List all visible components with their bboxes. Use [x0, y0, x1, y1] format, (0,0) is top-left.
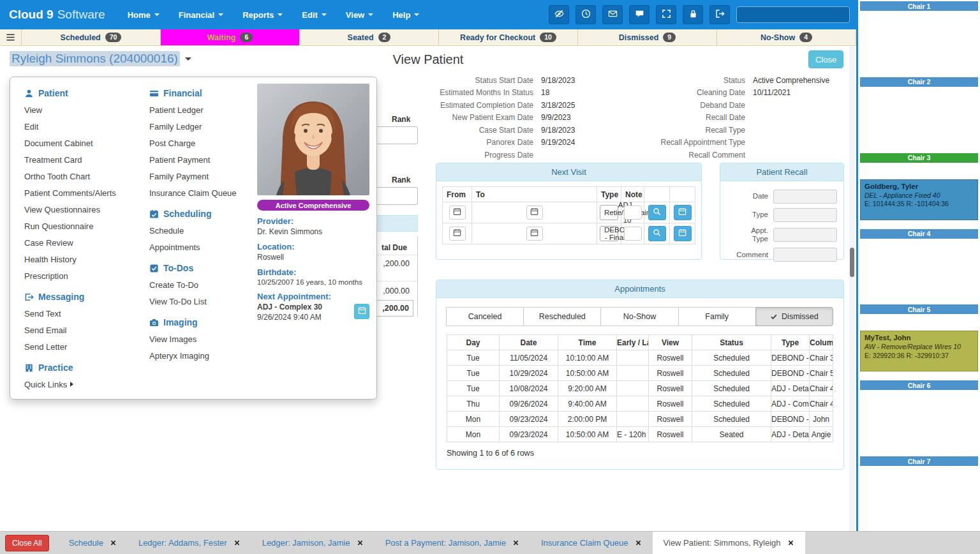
menu-link[interactable]: Patient Payment	[149, 151, 256, 168]
from-date-picker-button[interactable]	[449, 206, 466, 220]
find-slot-button[interactable]	[648, 205, 666, 220]
menu-link[interactable]: Family Payment	[149, 168, 256, 184]
menu-link[interactable]: Create To-Do	[149, 276, 256, 293]
from-date-picker-button[interactable]	[449, 227, 466, 241]
menu-link[interactable]: Appointments	[149, 239, 256, 255]
close-icon[interactable]	[357, 539, 364, 546]
column-header: Early / Late	[617, 335, 649, 350]
fullscreen-button[interactable]	[656, 5, 676, 24]
menu-item[interactable]: Financial	[169, 0, 233, 29]
appointment-row[interactable]: Thu 09/26/2024 9:40:00 AM Roswell Schedu…	[447, 396, 833, 412]
menu-link[interactable]: Send Letter	[24, 338, 147, 355]
appointment-type-select[interactable]: ADJ - Retie/Rechain 10	[600, 205, 618, 220]
recall-field-input[interactable]	[773, 190, 837, 204]
menu-link[interactable]: Health History	[24, 251, 147, 267]
messages-button[interactable]	[602, 5, 623, 24]
recall-field-input[interactable]	[773, 228, 837, 242]
schedule-next-appointment-button[interactable]	[354, 304, 369, 319]
close-all-button[interactable]: Close All	[5, 535, 49, 551]
menu-link[interactable]: Insurance Claim Queue	[149, 184, 256, 201]
chair-appointment-card[interactable]: Goldberg, Tyler DEL - Appliance Fixed 40…	[860, 179, 978, 220]
note-input[interactable]	[624, 227, 642, 241]
window-tab[interactable]: Post a Payment: Jamison, Jamie	[375, 532, 530, 554]
window-tab[interactable]: Schedule	[58, 532, 128, 554]
menu-link[interactable]: Quick Links	[24, 376, 147, 393]
window-tab[interactable]: Ledger: Jamison, Jamie	[251, 532, 375, 554]
menu-item[interactable]: Home	[118, 0, 169, 29]
time-clock-button[interactable]	[575, 5, 596, 24]
menu-link[interactable]: Document Cabinet	[24, 135, 147, 151]
note-input[interactable]	[624, 206, 642, 220]
appointment-row[interactable]: Tue 11/05/2024 10:10:00 AM Roswell Sched…	[447, 350, 833, 366]
appointment-row[interactable]: Mon 09/23/2024 2:00:00 PM Roswell Schedu…	[447, 412, 833, 427]
menu-link[interactable]: Send Email	[24, 322, 147, 338]
chair-appointment-card[interactable]: MyTest, John AW - Remove/Replace Wires 1…	[860, 331, 978, 371]
hamburger-menu-icon[interactable]	[0, 29, 22, 45]
patient-name-dropdown[interactable]: Ryleigh Simmons (204000016)	[10, 51, 191, 66]
menu-link[interactable]: Run Questionnaire	[24, 218, 147, 234]
menu-link[interactable]: Apteryx Imaging	[149, 347, 256, 364]
status-tab[interactable]: No-Show 4	[717, 29, 856, 45]
menu-link[interactable]: Patient Ledger	[149, 101, 256, 118]
to-date-picker-button[interactable]	[526, 227, 543, 241]
lock-button[interactable]	[683, 5, 703, 24]
menu-link[interactable]: Ortho Tooth Chart	[24, 168, 147, 184]
status-tab[interactable]: Dismissed 9	[578, 29, 717, 45]
menu-item[interactable]: Edit	[292, 0, 336, 29]
filter-button[interactable]: Dismissed	[755, 307, 833, 326]
to-date-picker-button[interactable]	[526, 206, 543, 220]
menu-item[interactable]: Help	[383, 0, 429, 29]
filter-button[interactable]: Family	[678, 307, 756, 326]
menu-link[interactable]: View	[24, 101, 147, 118]
close-icon[interactable]	[234, 539, 241, 546]
close-icon[interactable]	[787, 539, 794, 546]
close-icon[interactable]	[512, 539, 519, 546]
status-tab[interactable]: Ready for Checkout 10	[439, 29, 578, 45]
schedule-appointment-button[interactable]	[674, 205, 692, 220]
close-icon[interactable]	[110, 539, 117, 546]
menu-item[interactable]: Reports	[233, 0, 292, 29]
menu-link[interactable]: Case Review	[24, 234, 147, 251]
menu-link[interactable]: Post Charge	[149, 135, 256, 151]
filter-button[interactable]: Rescheduled	[523, 307, 601, 326]
menu-item[interactable]: View	[336, 0, 383, 29]
next-visit-table: FromToTypeNote ADJ - Retie/Rechain 10	[442, 186, 695, 244]
menu-link[interactable]: View Questionnaires	[24, 201, 147, 218]
menu-link[interactable]: Family Ledger	[149, 118, 256, 135]
menu-link[interactable]: View Images	[149, 331, 256, 347]
appointment-type-select[interactable]: DEBOND - Final 60	[600, 226, 618, 241]
window-tab[interactable]: Insurance Claim Queue	[530, 532, 653, 554]
menu-link[interactable]: Send Text	[24, 305, 147, 322]
appointment-row[interactable]: Tue 10/29/2024 10:50:00 AM Roswell Sched…	[447, 366, 833, 381]
menu-link[interactable]: Schedule	[149, 222, 256, 239]
menu-link[interactable]: View To-Do List	[149, 293, 256, 310]
schedule-appointment-button[interactable]	[674, 226, 692, 241]
appointment-row[interactable]: Mon 09/23/2024 10:50:00 AM E - 120h 4min…	[447, 427, 833, 442]
chat-button[interactable]	[629, 5, 650, 24]
close-icon[interactable]	[635, 539, 642, 546]
app-logo[interactable]: Cloud 9 Software	[0, 8, 118, 22]
status-tab[interactable]: Seated 2	[300, 29, 439, 45]
menu-link[interactable]: Treatment Card	[24, 151, 147, 168]
filter-button[interactable]: Canceled	[446, 307, 524, 326]
logout-button[interactable]	[709, 5, 730, 24]
global-search-input[interactable]	[736, 6, 850, 23]
find-slot-button[interactable]	[648, 226, 666, 241]
cell-time: 2:00:00 PM	[558, 412, 617, 427]
recall-field-input[interactable]	[773, 208, 837, 222]
filter-button[interactable]: No-Show	[600, 307, 678, 326]
privacy-toggle-button[interactable]	[549, 5, 569, 24]
menu-link[interactable]: Patient Comments/Alerts	[24, 184, 147, 201]
window-tab[interactable]: View Patient: Simmons, Ryleigh	[653, 532, 805, 554]
scrollbar-thumb[interactable]	[850, 248, 854, 277]
menu-link[interactable]: Prescription	[24, 267, 147, 284]
status-tab[interactable]: Waiting 6	[161, 29, 300, 45]
count-badge: 2	[378, 33, 391, 43]
close-button[interactable]: Close	[808, 50, 843, 68]
window-tab[interactable]: Ledger: Addams, Fester	[128, 532, 251, 554]
appointment-row[interactable]: Tue 10/08/2024 9:20:00 AM Roswell Schedu…	[447, 381, 833, 396]
menu-link[interactable]: Edit	[24, 118, 147, 135]
status-tab[interactable]: Scheduled 70	[22, 29, 161, 45]
recall-field-input[interactable]	[773, 248, 837, 262]
cropped-rank-label: Rank	[392, 176, 410, 184]
